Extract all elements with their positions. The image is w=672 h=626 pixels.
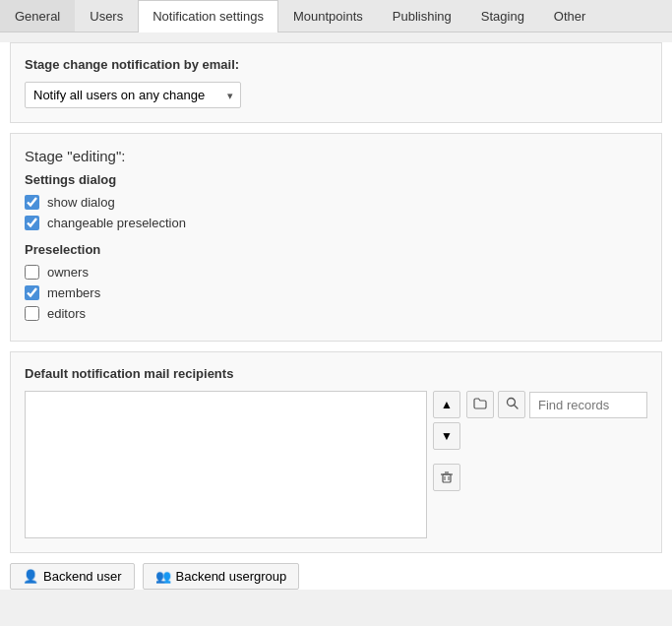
find-records-input[interactable] <box>529 392 647 418</box>
trash-icon <box>440 470 454 484</box>
search-button[interactable] <box>498 391 525 418</box>
usergroup-icon: 👥 <box>155 569 171 584</box>
settings-dialog-title: Settings dialog <box>25 172 647 187</box>
tab-users[interactable]: Users <box>75 0 138 31</box>
stage-change-title: Stage change notification by email: <box>25 57 647 72</box>
move-up-button[interactable]: ▲ <box>433 391 460 418</box>
move-down-button[interactable]: ▼ <box>433 422 460 450</box>
tab-bar: General Users Notification settings Moun… <box>0 0 672 32</box>
user-icon: 👤 <box>23 569 38 584</box>
members-label: members <box>47 285 100 300</box>
spacer <box>433 454 460 460</box>
editors-label: editors <box>47 306 86 321</box>
footer-buttons: 👤 Backend user 👥 Backend usergroup <box>10 563 662 590</box>
delete-button[interactable] <box>433 464 460 491</box>
svg-rect-0 <box>443 474 451 482</box>
tab-staging[interactable]: Staging <box>466 0 539 31</box>
svg-line-6 <box>514 406 518 409</box>
owners-checkbox[interactable] <box>25 265 39 280</box>
tab-notification-settings[interactable]: Notification settings <box>138 0 278 32</box>
editors-checkbox[interactable] <box>25 306 39 321</box>
members-checkbox[interactable] <box>25 285 39 300</box>
backend-user-button[interactable]: 👤 Backend user <box>10 563 135 590</box>
recipients-title: Default notification mail recipients <box>25 366 647 381</box>
notification-select-wrapper: Notify all users on any change Notify on… <box>25 82 241 108</box>
show-dialog-label: show dialog <box>47 195 115 210</box>
changeable-preselection-label: changeable preselection <box>47 216 186 230</box>
tab-publishing[interactable]: Publishing <box>378 0 466 31</box>
backend-usergroup-label: Backend usergroup <box>176 569 287 584</box>
changeable-preselection-checkbox[interactable] <box>25 216 39 230</box>
search-row <box>466 391 647 418</box>
recipients-list <box>25 391 427 538</box>
notification-dropdown[interactable]: Notify all users on any change Notify on… <box>25 82 241 108</box>
owners-row: owners <box>25 265 647 280</box>
recipients-section: Default notification mail recipients ▲ ▼ <box>10 351 662 553</box>
tab-general[interactable]: General <box>0 0 75 31</box>
members-row: members <box>25 285 647 300</box>
changeable-preselection-row: changeable preselection <box>25 216 647 230</box>
content-area: Stage change notification by email: Noti… <box>0 42 672 590</box>
search-controls <box>466 391 647 418</box>
owners-label: owners <box>47 265 89 280</box>
recipients-body: ▲ ▼ <box>25 391 647 538</box>
tab-mountpoints[interactable]: Mountpoints <box>278 0 378 31</box>
recipients-controls: ▲ ▼ <box>433 391 460 491</box>
preselection-section: Preselection owners members editors <box>25 242 647 321</box>
backend-user-label: Backend user <box>43 569 122 584</box>
stage-editing-section: Stage "editing": Settings dialog show di… <box>10 133 662 342</box>
backend-usergroup-button[interactable]: 👥 Backend usergroup <box>143 563 300 590</box>
folder-icon <box>473 397 487 413</box>
tab-other[interactable]: Other <box>539 0 601 31</box>
stage-change-section: Stage change notification by email: Noti… <box>10 42 662 123</box>
folder-button[interactable] <box>466 391 494 418</box>
search-icon <box>506 397 519 412</box>
stage-editing-title: Stage "editing": <box>25 148 647 164</box>
preselection-title: Preselection <box>25 242 647 257</box>
show-dialog-checkbox[interactable] <box>25 195 39 210</box>
show-dialog-row: show dialog <box>25 195 647 210</box>
editors-row: editors <box>25 306 647 321</box>
